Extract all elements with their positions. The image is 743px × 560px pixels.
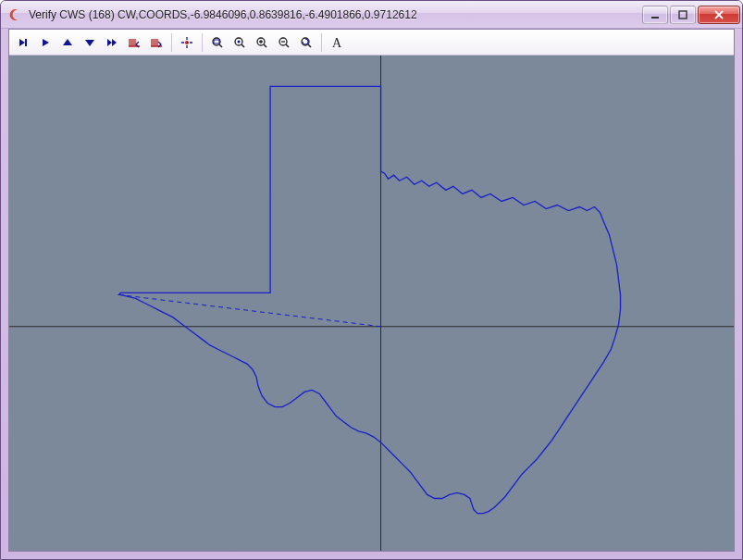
separator [171,33,172,52]
center-target-icon[interactable] [177,32,197,53]
dashed-segment [118,294,380,326]
minimize-button[interactable] [642,6,668,24]
client-area: A [8,29,735,552]
toolbar: A [9,30,734,56]
text-tool-icon[interactable]: A [327,32,347,53]
app-window: Verify CWS (168) CW,COORDS,-6.9846096,0.… [0,0,743,560]
triangle-down-icon[interactable] [80,32,100,53]
svg-rect-2 [25,39,27,46]
zoom-in-icon[interactable] [252,32,272,53]
separator [202,33,203,52]
separator [321,33,322,52]
zoom-fit-icon[interactable] [207,32,228,53]
svg-text:A: A [332,36,342,49]
comb-left-icon[interactable] [124,32,144,53]
triangle-up-icon[interactable] [57,32,78,53]
svg-point-7 [238,40,241,43]
outline-path [118,86,620,513]
comb-right-icon[interactable] [146,32,167,53]
drawing-canvas[interactable] [9,56,734,551]
canvas-svg [9,56,734,551]
close-button[interactable] [698,6,740,24]
crescent-icon [8,7,23,22]
zoom-reset-icon[interactable] [296,32,316,53]
titlebar: Verify CWS (168) CW,COORDS,-6.9846096,0.… [1,1,742,29]
step-end-icon[interactable] [13,32,33,53]
window-controls [642,6,740,24]
svg-rect-5 [214,40,219,44]
window-title: Verify CWS (168) CW,COORDS,-6.9846096,0.… [29,8,642,21]
fast-forward-icon[interactable] [102,32,122,53]
maximize-button[interactable] [670,6,696,24]
zoom-out-icon[interactable] [274,32,294,53]
svg-point-3 [185,41,189,44]
svg-rect-1 [679,11,687,19]
svg-rect-0 [651,17,659,19]
play-icon[interactable] [35,32,56,53]
zoom-all-icon[interactable] [229,32,250,53]
